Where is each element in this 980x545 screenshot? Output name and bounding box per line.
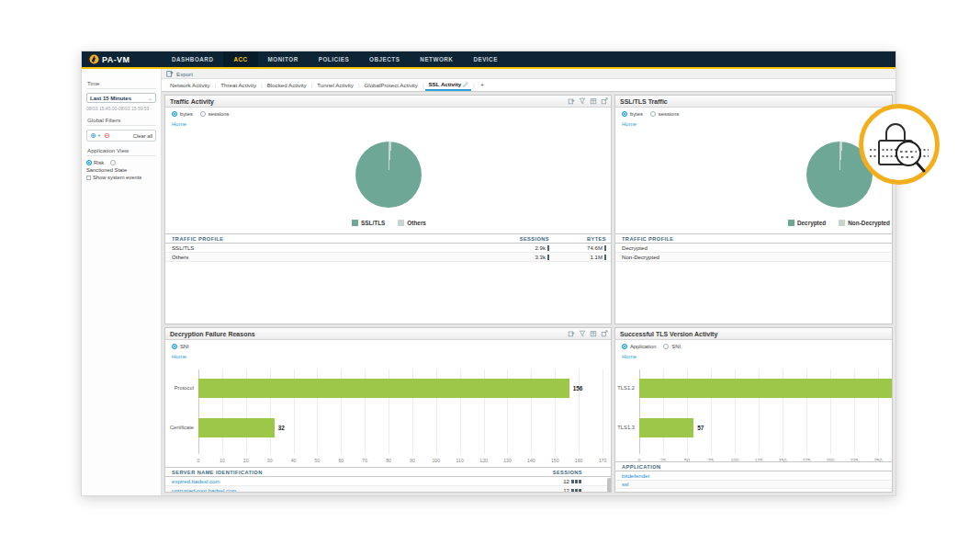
x-tick-label: 150 <box>551 458 559 463</box>
table-row[interactable]: Decrypted <box>615 244 893 253</box>
server-name-link[interactable]: untrusted-root.badssl.com <box>172 487 236 493</box>
global-filters-box: ⊕ ▾ ⊖ Clear all <box>86 130 156 142</box>
show-system-events-checkbox[interactable] <box>86 176 91 180</box>
paloalto-logo-icon <box>89 54 99 64</box>
tab-ssl-activity[interactable]: SSL Activity <box>425 79 471 91</box>
table-row[interactable]: Non-Decrypted <box>615 253 893 262</box>
col-application: APPLICATION <box>622 464 893 470</box>
nav-item-policies[interactable]: POLICIES <box>309 51 359 67</box>
application-link[interactable]: ssl <box>622 481 628 487</box>
legend-item: Others <box>398 220 426 226</box>
scrollbar-track <box>607 478 612 493</box>
nav-item-objects[interactable]: OBJECTS <box>359 51 410 67</box>
cell-sessions: 12 <box>514 478 606 484</box>
traffic-activity-pie-chart[interactable] <box>355 142 422 208</box>
sessions-value: 12 <box>563 478 569 484</box>
server-name-identification-table: SERVER NAME IDENTIFICATIONSESSIONSexpire… <box>165 467 612 493</box>
application-link[interactable]: bitdefender <box>622 472 650 479</box>
home-link[interactable]: Home <box>172 354 186 359</box>
radio-sanctioned-state[interactable] <box>110 160 116 165</box>
decryption-failure-bar-chart: 0102030405060708090100110120130140150160… <box>165 369 612 469</box>
clear-all-link[interactable]: Clear all <box>133 133 152 139</box>
nav-item-device[interactable]: DEVICE <box>463 51 507 67</box>
show-system-events-label: Show system events <box>93 175 141 180</box>
radio-sni[interactable] <box>663 344 669 349</box>
bar-category-label: Certificate <box>165 425 194 430</box>
cell-application: ssl <box>622 481 893 487</box>
home-link[interactable]: Home <box>622 121 636 127</box>
gridline <box>579 369 580 454</box>
cell-server-name: untrusted-root.badssl.com <box>172 487 514 493</box>
ssl-tls-profile-table: TRAFFIC PROFILEDecryptedNon-Decrypted <box>615 233 893 262</box>
tab-globalprotect-activity[interactable]: GlobalProtect Activity <box>361 80 420 90</box>
add-filter-caret-icon[interactable]: ▾ <box>98 133 100 138</box>
sni-header-row: SERVER NAME IDENTIFICATIONSESSIONS <box>165 467 612 477</box>
traffic-activity-header: Traffic Activity <box>165 96 612 108</box>
lock-magnifier-callout <box>859 104 940 185</box>
maximize-icon[interactable] <box>601 97 608 105</box>
radio-sessions[interactable] <box>650 111 656 117</box>
table-row[interactable]: SSL/TLS2.9k74.6M <box>165 244 612 253</box>
tab-tunnel-activity[interactable]: Tunnel Activity <box>314 80 356 90</box>
sessions-value: 3.3k <box>535 254 546 260</box>
filter-icon[interactable] <box>579 330 586 337</box>
radio-sessions[interactable] <box>200 111 206 117</box>
nav-item-dashboard[interactable]: DASHBOARD <box>162 51 223 67</box>
col-server-name: SERVER NAME IDENTIFICATION <box>172 470 514 475</box>
bar-protocol[interactable] <box>198 379 569 398</box>
time-range-dropdown[interactable]: Last 15 Minutes ⌄ <box>86 93 156 103</box>
export-icon[interactable] <box>568 330 575 337</box>
x-tick-label: 140 <box>527 458 535 463</box>
bar-certificate[interactable] <box>198 418 275 437</box>
scrollbar-thumb[interactable] <box>607 478 612 493</box>
tab-network-activity[interactable]: Network Activity <box>167 80 213 90</box>
add-filter-icon[interactable]: ⊕ <box>90 132 96 140</box>
radio-sni[interactable] <box>172 344 177 349</box>
radio-label: bytes <box>180 111 193 117</box>
edit-pencil-icon[interactable] <box>463 82 468 87</box>
radio-risk[interactable] <box>86 160 92 165</box>
remove-filter-icon[interactable]: ⊖ <box>104 132 110 140</box>
tab-threat-activity[interactable]: Threat Activity <box>218 80 259 90</box>
nav-item-acc[interactable]: ACC <box>223 51 257 67</box>
x-tick-label: 100 <box>432 458 440 463</box>
radio-bytes[interactable] <box>172 111 177 117</box>
export-button[interactable]: Export <box>176 71 193 77</box>
radio-application[interactable] <box>622 344 627 349</box>
radio-bytes[interactable] <box>622 111 627 117</box>
radio-label: sessions <box>659 111 680 117</box>
application-view-label: Application View <box>87 147 156 153</box>
grid-icon[interactable] <box>590 97 597 105</box>
radio-label: SNI <box>671 344 681 349</box>
home-link[interactable]: Home <box>172 121 186 127</box>
ssl-tls-traffic-header: SSL/TLS Traffic <box>615 96 893 108</box>
table-row[interactable]: Others3.3k1.1M <box>165 253 612 262</box>
cell-sessions: 12 <box>514 487 606 493</box>
x-tick-label: 60 <box>338 458 344 463</box>
col-sessions: SESSIONS <box>514 470 606 475</box>
x-tick-label: 120 <box>479 458 488 463</box>
tab-blocked-activity[interactable]: Blocked Activity <box>265 80 310 90</box>
main-menu: DASHBOARDACCMONITORPOLICIESOBJECTSNETWOR… <box>162 51 508 67</box>
bar-value-label: 57 <box>697 425 704 431</box>
grid-icon[interactable] <box>590 330 597 337</box>
filter-icon[interactable] <box>579 97 586 105</box>
application-link[interactable]: google-play <box>622 490 651 493</box>
nav-item-network[interactable]: NETWORK <box>410 51 463 67</box>
add-tab-button[interactable]: + <box>477 81 489 89</box>
traffic-profile-table: TRAFFIC PROFILESESSIONSBYTESSSL/TLS2.9k7… <box>165 233 612 262</box>
maximize-icon[interactable] <box>601 330 608 337</box>
bar-tls1-2[interactable] <box>639 379 893 398</box>
application-row: google-play <box>615 489 893 493</box>
x-tick-label: 30 <box>267 458 273 463</box>
server-name-link[interactable]: expired.badssl.com <box>172 478 220 484</box>
x-tick-label: 70 <box>362 458 367 463</box>
cell-name: Decrypted <box>622 244 893 251</box>
home-link[interactable]: Home <box>622 354 636 359</box>
col-traffic-profile: TRAFFIC PROFILE <box>172 236 478 242</box>
sessions-bar <box>571 489 582 493</box>
export-icon[interactable] <box>568 97 575 105</box>
ssl-tls-metric-radios: bytessessions <box>622 111 683 117</box>
bar-tls1-3[interactable] <box>639 418 693 437</box>
nav-item-monitor[interactable]: MONITOR <box>258 51 309 67</box>
